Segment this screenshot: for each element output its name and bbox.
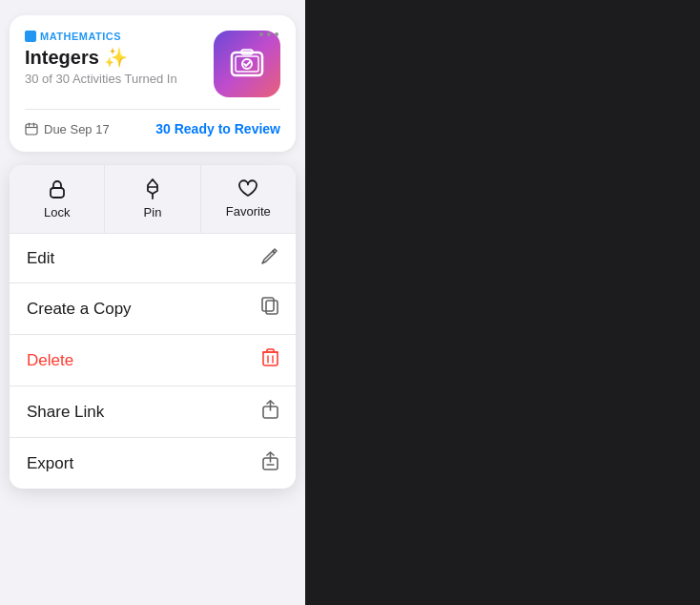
create-copy-menu-item[interactable]: Create a Copy bbox=[10, 283, 296, 335]
trash-icon bbox=[262, 348, 278, 372]
share-icon bbox=[262, 400, 278, 424]
left-panel: MATHEMATICS Integers ✨ 30 of 30 Activiti… bbox=[0, 0, 305, 605]
card-content: MATHEMATICS Integers ✨ 30 of 30 Activiti… bbox=[25, 31, 214, 86]
card-footer: Due Sep 17 30 Ready to Review bbox=[25, 121, 280, 136]
card-title: Integers ✨ bbox=[25, 46, 214, 69]
svg-rect-15 bbox=[262, 298, 274, 311]
favorite-button[interactable]: Favorite bbox=[201, 165, 296, 233]
share-link-menu-item[interactable]: Share Link bbox=[10, 386, 296, 438]
pin-button[interactable]: Pin bbox=[105, 165, 200, 233]
subject-icon bbox=[25, 31, 36, 42]
edit-menu-item[interactable]: Edit bbox=[10, 234, 296, 283]
right-panel bbox=[305, 0, 700, 605]
context-menu: Lock Pin Favorite Edit bbox=[10, 165, 296, 489]
assignment-icon bbox=[226, 43, 268, 85]
export-icon bbox=[262, 451, 278, 475]
assignment-icon-bg bbox=[214, 31, 280, 97]
calendar-icon bbox=[25, 122, 38, 136]
svg-rect-3 bbox=[241, 50, 253, 54]
svg-rect-7 bbox=[26, 124, 37, 135]
svg-rect-16 bbox=[263, 352, 278, 365]
more-options-button[interactable] bbox=[256, 29, 282, 40]
card-divider bbox=[25, 109, 280, 110]
assignment-card: MATHEMATICS Integers ✨ 30 of 30 Activiti… bbox=[10, 15, 296, 152]
review-link[interactable]: 30 Ready to Review bbox=[155, 121, 280, 136]
assignment-icon-wrapper bbox=[214, 31, 280, 97]
svg-point-4 bbox=[259, 32, 263, 36]
svg-rect-14 bbox=[266, 301, 278, 314]
card-top: MATHEMATICS Integers ✨ 30 of 30 Activiti… bbox=[25, 31, 280, 97]
lock-icon bbox=[48, 178, 67, 199]
svg-rect-11 bbox=[51, 188, 64, 198]
pin-icon bbox=[144, 178, 161, 199]
delete-menu-item[interactable]: Delete bbox=[10, 335, 296, 386]
heart-icon bbox=[237, 179, 258, 198]
due-date: Due Sep 17 bbox=[25, 122, 110, 136]
export-menu-item[interactable]: Export bbox=[10, 438, 296, 489]
menu-top-row: Lock Pin Favorite bbox=[10, 165, 296, 234]
card-subtitle: 30 of 30 Activities Turned In bbox=[25, 72, 214, 86]
edit-icon bbox=[261, 247, 278, 269]
svg-point-5 bbox=[267, 32, 271, 36]
lock-button[interactable]: Lock bbox=[10, 165, 105, 233]
subject-label: MATHEMATICS bbox=[25, 31, 214, 42]
svg-point-6 bbox=[275, 32, 278, 36]
copy-icon bbox=[261, 297, 278, 321]
